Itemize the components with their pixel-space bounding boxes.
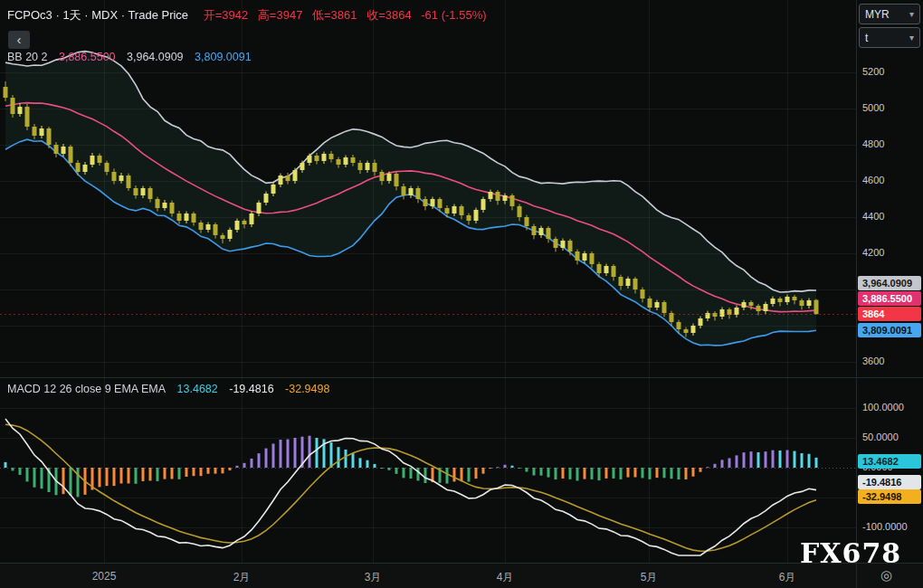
price-tick: 5200 (862, 66, 884, 77)
unit-value: t (865, 32, 868, 44)
macd-badge: 13.4682 (858, 454, 921, 469)
bb-indicator-legend[interactable]: BB 20 2 3,886.5500 3,964.0909 3,809.0091 (7, 51, 260, 63)
chevron-down-icon: ▾ (909, 9, 914, 19)
price-tick: 4200 (862, 247, 884, 258)
price-badge: 3,964.0909 (858, 276, 921, 290)
unit-dropdown[interactable]: t ▾ (859, 27, 920, 48)
price-tick: 4400 (862, 211, 884, 222)
trading-chart-app: FCPOc3 · 1天 · MDX · Trade Price 开=3942 高… (0, 0, 923, 588)
price-tick: 5000 (862, 102, 884, 113)
macd-hist-value: 13.4682 (177, 383, 218, 395)
close-value: 3864 (385, 8, 412, 22)
back-icon: ‹ (17, 32, 22, 47)
symbol-legend[interactable]: FCPOc3 · 1天 · MDX · Trade Price 开=3942 高… (7, 7, 487, 24)
bb-title: BB 20 2 (7, 51, 47, 63)
time-label: 2月 (233, 570, 251, 585)
high-value: 3947 (276, 8, 302, 22)
open-value: 3942 (222, 8, 248, 22)
time-label: 4月 (497, 570, 514, 585)
watermark: FX678 (800, 537, 901, 569)
back-button[interactable]: ‹ (8, 31, 30, 49)
close-label: 收= (366, 8, 385, 22)
macd-signal-value: -32.9498 (285, 383, 329, 395)
price-badge: 3,809.0091 (858, 323, 921, 337)
time-label: 6月 (779, 570, 796, 585)
price-axis-panel[interactable]: MYR ▾ t ▾ 5200500048004600440042003600 1… (857, 0, 923, 564)
macd-line-value: -19.4816 (229, 383, 273, 395)
price-badge: 3864 (858, 307, 921, 321)
macd-tick: 50.0000 (862, 432, 899, 442)
open-label: 开= (204, 8, 223, 22)
price-tick: 3600 (862, 356, 884, 366)
macd-tick: -100.0000 (862, 521, 908, 532)
low-label: 低= (312, 8, 331, 22)
symbol-title: FCPOc3 · 1天 · MDX · Trade Price (7, 8, 188, 22)
currency-value: MYR (865, 8, 890, 21)
price-axis-divider (856, 0, 857, 588)
time-axis[interactable]: 20252月3月4月5月6月 ◎ (0, 564, 923, 588)
pane-divider[interactable] (0, 377, 923, 378)
macd-title: MACD 12 26 close 9 EMA EMA (7, 383, 166, 395)
currency-dropdown[interactable]: MYR ▾ (859, 4, 920, 24)
time-axis-divider (0, 563, 923, 564)
time-label: 2025 (92, 570, 117, 583)
macd-badge: -19.4816 (858, 475, 921, 489)
time-label: 5月 (641, 570, 658, 585)
macd-badge: -32.9498 (858, 489, 921, 504)
macd-indicator-legend[interactable]: MACD 12 26 close 9 EMA EMA 13.4682 -19.4… (7, 383, 338, 395)
price-badge: 3,886.5500 (858, 291, 921, 306)
macd-tick: 100.0000 (862, 402, 904, 413)
time-label: 3月 (365, 570, 382, 585)
change-value: -61 (-1.55%) (421, 8, 486, 22)
bb-basis-value: 3,886.5500 (59, 51, 116, 63)
high-label: 高= (258, 8, 277, 22)
price-tick: 4800 (862, 138, 884, 149)
bb-lower-value: 3,809.0091 (195, 51, 252, 63)
bb-upper-value: 3,964.0909 (127, 51, 184, 63)
price-tick: 4600 (862, 175, 884, 185)
chevron-down-icon: ▾ (909, 33, 914, 43)
scroll-to-realtime-icon[interactable]: ◎ (880, 567, 892, 583)
chart-canvas[interactable] (0, 0, 856, 564)
low-value: 3861 (331, 8, 357, 22)
